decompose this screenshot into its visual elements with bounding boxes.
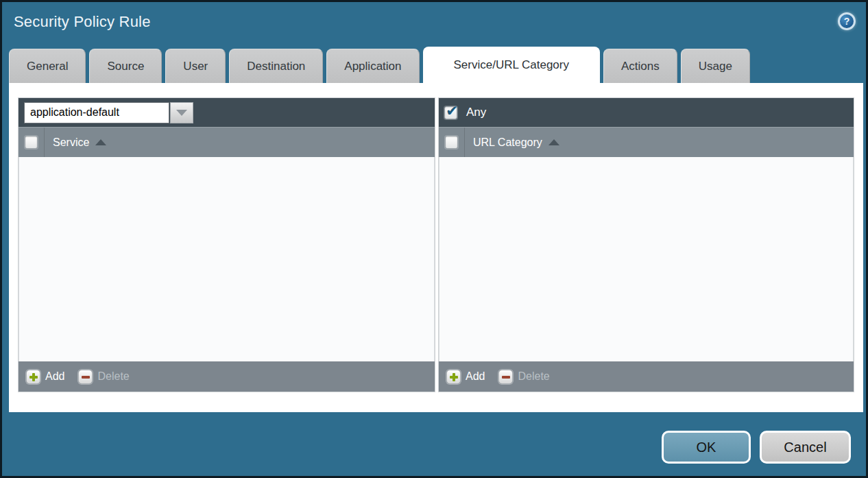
service-type-input[interactable]: [24, 102, 169, 123]
service-panel-header: [19, 98, 435, 127]
tab-actions[interactable]: Actions: [603, 49, 677, 83]
security-policy-rule-dialog: Security Policy Rule ? GeneralSourceUser…: [0, 0, 868, 478]
sort-ascending-icon[interactable]: [548, 139, 559, 145]
service-list[interactable]: [19, 157, 435, 361]
column-divider: [464, 128, 465, 157]
url-category-column-header[interactable]: URL Category: [473, 136, 542, 149]
tab-bar: GeneralSourceUserDestinationApplicationS…: [9, 47, 750, 83]
delete-service-label: Delete: [97, 370, 129, 383]
url-panel-footer: Add Delete: [439, 361, 854, 392]
dialog-content: Service Add Delete ✔ Any: [9, 83, 863, 412]
add-url-category-button[interactable]: Add: [446, 370, 485, 384]
add-icon: [446, 370, 461, 384]
column-divider: [44, 128, 45, 157]
url-category-list[interactable]: [439, 157, 854, 361]
any-checkbox[interactable]: ✔: [444, 106, 457, 119]
any-label: Any: [466, 106, 486, 119]
tab-application[interactable]: Application: [326, 49, 419, 83]
service-panel: Service Add Delete: [19, 98, 435, 392]
url-column-header-row: URL Category: [439, 127, 854, 157]
checkmark-icon: ✔: [446, 102, 458, 120]
tab-usage[interactable]: Usage: [681, 49, 750, 83]
chevron-down-icon: [176, 110, 187, 116]
delete-icon: [498, 370, 513, 384]
add-service-button[interactable]: Add: [26, 370, 64, 384]
sort-ascending-icon[interactable]: [95, 139, 106, 145]
dropdown-arrow-button[interactable]: [170, 102, 193, 123]
select-all-url-categories-checkbox[interactable]: [445, 136, 458, 149]
url-panel-header: ✔ Any: [439, 98, 854, 127]
delete-url-category-button[interactable]: Delete: [498, 370, 549, 384]
tab-service-url-category[interactable]: Service/URL Category: [423, 47, 601, 83]
help-icon[interactable]: ?: [838, 12, 856, 30]
dialog-title: Security Policy Rule: [14, 13, 151, 31]
title-bar: Security Policy Rule ?: [2, 2, 866, 46]
cancel-button[interactable]: Cancel: [760, 431, 851, 464]
tab-user[interactable]: User: [165, 49, 226, 83]
delete-url-category-label: Delete: [518, 370, 549, 383]
service-column-header[interactable]: Service: [53, 136, 89, 149]
add-url-category-label: Add: [466, 370, 485, 383]
tab-general[interactable]: General: [9, 49, 86, 83]
add-service-label: Add: [45, 370, 64, 383]
tab-destination[interactable]: Destination: [229, 49, 323, 83]
select-all-services-checkbox[interactable]: [25, 136, 38, 149]
add-icon: [26, 370, 40, 384]
delete-icon: [78, 370, 93, 384]
ok-button[interactable]: OK: [662, 431, 751, 464]
url-category-panel: ✔ Any URL Category Add Delete: [439, 98, 854, 392]
tab-source[interactable]: Source: [89, 49, 162, 83]
question-mark-glyph: ?: [844, 16, 850, 27]
delete-service-button[interactable]: Delete: [78, 370, 129, 384]
service-column-header-row: Service: [19, 127, 435, 157]
service-type-dropdown[interactable]: [24, 102, 193, 123]
service-panel-footer: Add Delete: [19, 361, 435, 392]
